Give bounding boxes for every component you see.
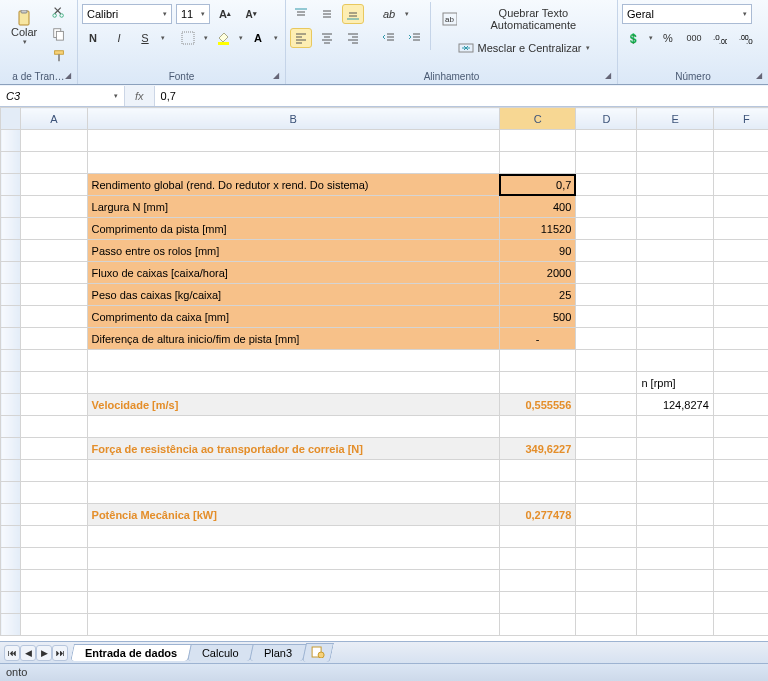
- cell[interactable]: [713, 526, 768, 548]
- cell[interactable]: [637, 174, 713, 196]
- cell[interactable]: Comprimento da pista [mm]: [87, 218, 499, 240]
- accounting-format-button[interactable]: 💲: [622, 28, 644, 48]
- cell[interactable]: 90: [499, 240, 575, 262]
- cell[interactable]: [713, 306, 768, 328]
- cell[interactable]: [713, 592, 768, 614]
- cell[interactable]: [713, 152, 768, 174]
- cell[interactable]: [21, 350, 87, 372]
- cell[interactable]: [637, 262, 713, 284]
- borders-button[interactable]: [177, 28, 199, 48]
- cell[interactable]: [713, 240, 768, 262]
- cell[interactable]: [637, 548, 713, 570]
- cell[interactable]: [21, 174, 87, 196]
- cell[interactable]: 25: [499, 284, 575, 306]
- cell[interactable]: [576, 152, 637, 174]
- font-name-combo[interactable]: Calibri▾: [82, 4, 172, 24]
- cell[interactable]: [713, 548, 768, 570]
- cell[interactable]: [713, 218, 768, 240]
- paste-button[interactable]: Colar ▾: [4, 2, 44, 54]
- cell[interactable]: [21, 372, 87, 394]
- comma-format-button[interactable]: 000: [683, 28, 705, 48]
- cell[interactable]: [576, 306, 637, 328]
- name-box-input[interactable]: [6, 90, 76, 102]
- cell[interactable]: [87, 614, 499, 636]
- cell[interactable]: [637, 504, 713, 526]
- cell[interactable]: [576, 394, 637, 416]
- cell[interactable]: [87, 416, 499, 438]
- cell[interactable]: [713, 504, 768, 526]
- tab-nav-prev[interactable]: ◀: [20, 645, 36, 661]
- cell[interactable]: [21, 218, 87, 240]
- fill-color-button[interactable]: [212, 28, 234, 48]
- font-color-button[interactable]: A: [247, 28, 269, 48]
- cell[interactable]: [21, 416, 87, 438]
- align-bottom-button[interactable]: [342, 4, 364, 24]
- cell[interactable]: [713, 482, 768, 504]
- cell[interactable]: [576, 570, 637, 592]
- cell[interactable]: [713, 328, 768, 350]
- cell[interactable]: [21, 482, 87, 504]
- cell[interactable]: [499, 350, 575, 372]
- cell[interactable]: [637, 526, 713, 548]
- cell[interactable]: [21, 438, 87, 460]
- col-header-A[interactable]: A: [21, 108, 87, 130]
- cell[interactable]: [576, 350, 637, 372]
- formula-input[interactable]: 0,7: [154, 86, 768, 106]
- bold-button[interactable]: N: [82, 28, 104, 48]
- decrease-decimal-button[interactable]: .00.0: [735, 28, 757, 48]
- cell[interactable]: n [rpm]: [637, 372, 713, 394]
- cell[interactable]: [637, 130, 713, 152]
- cell[interactable]: [21, 262, 87, 284]
- align-center-button[interactable]: [316, 28, 338, 48]
- wrap-text-button[interactable]: ab Quebrar Texto Automaticamente: [435, 4, 613, 34]
- cell[interactable]: [576, 548, 637, 570]
- cell[interactable]: [637, 460, 713, 482]
- cell[interactable]: Diferença de altura inicio/fim de pista …: [87, 328, 499, 350]
- cell[interactable]: [499, 548, 575, 570]
- cell[interactable]: [713, 350, 768, 372]
- cell[interactable]: 0,277478: [499, 504, 575, 526]
- cell[interactable]: [637, 570, 713, 592]
- font-dialog-launcher[interactable]: ◢: [269, 68, 283, 82]
- cell[interactable]: [576, 174, 637, 196]
- cell[interactable]: [21, 284, 87, 306]
- row-header[interactable]: [1, 482, 21, 504]
- cell[interactable]: [713, 438, 768, 460]
- number-dialog-launcher[interactable]: ◢: [752, 68, 766, 82]
- cell[interactable]: [499, 416, 575, 438]
- align-top-button[interactable]: [290, 4, 312, 24]
- row-header[interactable]: [1, 218, 21, 240]
- spreadsheet-grid[interactable]: A B C D E F Rendimento global (rend. Do …: [0, 107, 768, 641]
- row-header[interactable]: [1, 570, 21, 592]
- row-header[interactable]: [1, 548, 21, 570]
- cell[interactable]: 0,555556: [499, 394, 575, 416]
- select-all-corner[interactable]: [1, 108, 21, 130]
- cell[interactable]: [637, 218, 713, 240]
- cell[interactable]: Peso das caixas [kg/caixa]: [87, 284, 499, 306]
- cell[interactable]: [87, 130, 499, 152]
- shrink-font-button[interactable]: A▾: [240, 4, 262, 24]
- row-header[interactable]: [1, 284, 21, 306]
- col-header-B[interactable]: B: [87, 108, 499, 130]
- cell[interactable]: [21, 504, 87, 526]
- cell[interactable]: [499, 460, 575, 482]
- col-header-E[interactable]: E: [637, 108, 713, 130]
- font-size-combo[interactable]: 11▾: [176, 4, 210, 24]
- col-header-F[interactable]: F: [713, 108, 768, 130]
- cell[interactable]: Fluxo de caixas [caixa/hora]: [87, 262, 499, 284]
- cell[interactable]: [713, 570, 768, 592]
- cell[interactable]: Passo entre os rolos [mm]: [87, 240, 499, 262]
- col-header-D[interactable]: D: [576, 108, 637, 130]
- cell[interactable]: [499, 152, 575, 174]
- cell[interactable]: [21, 240, 87, 262]
- cell[interactable]: [499, 372, 575, 394]
- format-painter-button[interactable]: [48, 46, 70, 66]
- name-box[interactable]: ▾: [0, 86, 125, 106]
- orientation-button[interactable]: ab: [378, 4, 400, 24]
- row-header[interactable]: [1, 614, 21, 636]
- row-header[interactable]: [1, 592, 21, 614]
- row-header[interactable]: [1, 526, 21, 548]
- cell[interactable]: [576, 130, 637, 152]
- cell[interactable]: [576, 240, 637, 262]
- cell[interactable]: [713, 196, 768, 218]
